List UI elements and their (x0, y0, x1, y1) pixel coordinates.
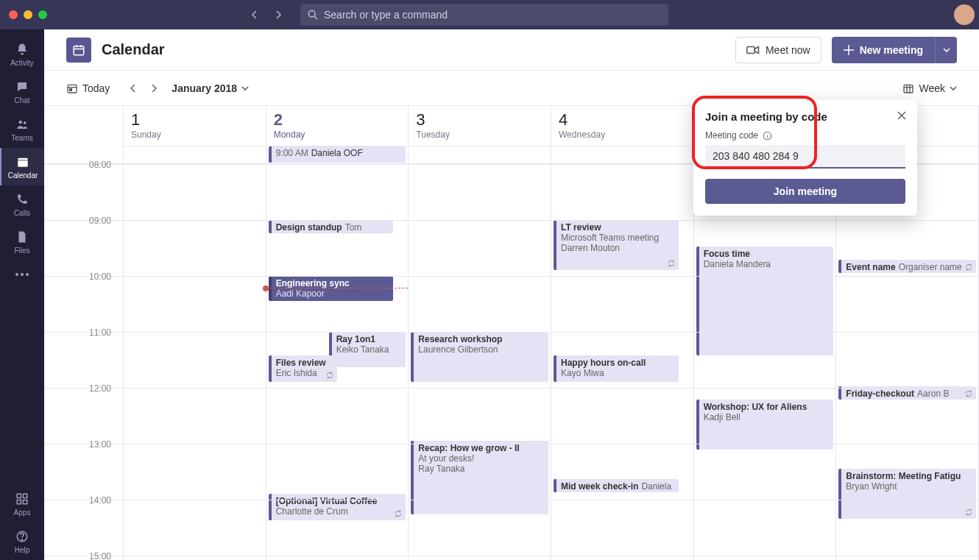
svg-rect-16 (70, 88, 72, 91)
rail-apps[interactable]: Apps (0, 485, 44, 522)
svg-point-6 (26, 273, 29, 276)
prev-week-button[interactable] (123, 78, 144, 99)
recur-icon (667, 259, 676, 268)
rail-label: Teams (11, 134, 32, 142)
svg-rect-14 (747, 46, 755, 53)
join-meeting-button[interactable]: Join meeting (705, 179, 905, 204)
event-focus-time[interactable]: Focus timeDaniela Mandera (696, 247, 834, 355)
calendar-icon (15, 154, 31, 170)
view-selector[interactable]: Week (902, 82, 957, 94)
now-indicator (266, 288, 409, 288)
month-label: January 2018 (172, 82, 237, 94)
rail-more[interactable] (0, 260, 44, 288)
day-column-wed[interactable]: 4Wednesday LT reviewMicrosoft Teams meet… (551, 106, 694, 560)
new-meeting-button[interactable]: New meeting (832, 37, 935, 63)
event-files-review[interactable]: Files reviewEric Ishida (269, 355, 338, 382)
recur-icon (964, 263, 973, 272)
search-placeholder: Search or type a command (324, 9, 448, 21)
rail-teams[interactable]: Teams (0, 110, 44, 148)
search-input[interactable]: Search or type a command (300, 4, 668, 26)
rail-help[interactable]: Help (0, 522, 44, 560)
help-icon (14, 528, 30, 545)
minimize-window[interactable] (24, 10, 32, 19)
svg-rect-13 (74, 46, 84, 54)
hour-label: 12:00 (89, 383, 111, 394)
month-picker[interactable]: January 2018 (172, 82, 249, 94)
event-brainstorm[interactable]: Brainstorm: Meeting FatiguBryan Wright (838, 469, 976, 519)
plus-icon (844, 45, 854, 55)
rail-label: Activity (10, 59, 34, 67)
rail-calls[interactable]: Calls (0, 185, 44, 223)
hour-label: 13:00 (89, 439, 111, 450)
meet-now-label: Meet now (766, 44, 810, 56)
svg-rect-3 (18, 158, 28, 167)
day-column-sun[interactable]: 1Sunday (124, 106, 266, 560)
more-icon (14, 266, 30, 283)
info-icon[interactable] (763, 131, 772, 141)
svg-point-4 (15, 273, 18, 276)
day-name: Sunday (131, 130, 258, 140)
svg-point-5 (21, 273, 24, 276)
window-controls (9, 10, 47, 19)
day-name: Monday (274, 130, 401, 140)
calendar-app-icon (66, 38, 91, 63)
chevron-down-icon (241, 86, 249, 91)
event-lt-review[interactable]: LT reviewMicrosoft Teams meetingDarren M… (554, 220, 679, 270)
hour-label: 15:00 (89, 551, 111, 560)
event-happy-hours[interactable]: Happy hours on-callKayo Miwa (554, 355, 679, 382)
page-title: Calendar (102, 41, 165, 58)
svg-rect-10 (24, 500, 27, 504)
svg-point-1 (19, 121, 23, 124)
rail-calendar[interactable]: Calendar (0, 148, 44, 185)
forward-button[interactable] (269, 6, 287, 24)
search-icon (308, 10, 318, 20)
event-recap[interactable]: Recap: How we grow - IIAt your desks!Ray… (411, 441, 548, 514)
day-name: Wednesday (559, 130, 686, 140)
event-ray-1on1[interactable]: Ray 1on1Keiko Tanaka (329, 332, 406, 367)
event-virtual-coffee[interactable]: [Optional] Virtual CoffeeCharlotte de Cr… (269, 494, 406, 520)
event-design-standup[interactable]: Design standupTom (269, 220, 394, 233)
next-week-button[interactable] (144, 78, 164, 99)
svg-point-0 (308, 10, 315, 17)
teams-icon (14, 116, 30, 132)
rail-activity[interactable]: Activity (0, 35, 44, 73)
event-generic[interactable]: Event nameOrganiser name (838, 260, 976, 273)
today-button[interactable]: Today (66, 82, 110, 94)
event-engineering-sync[interactable]: Engineering syncAadi Kapoor (269, 276, 394, 301)
maximize-window[interactable] (38, 10, 47, 19)
svg-rect-7 (17, 494, 21, 497)
rail-files[interactable]: Files (0, 223, 44, 260)
close-window[interactable] (9, 10, 18, 19)
user-avatar[interactable] (954, 4, 975, 25)
recur-icon (964, 508, 973, 517)
event-midweek[interactable]: Mid week check-inDaniela (554, 479, 679, 492)
hour-label: 08:00 (89, 160, 111, 170)
event-ux-workshop[interactable]: Workshop: UX for AliensKadji Bell (696, 400, 834, 450)
day-number: 4 (559, 110, 686, 130)
svg-point-12 (21, 539, 22, 540)
popover-field-label: Meeting code (705, 130, 905, 141)
time-column: 08:0009:0010:0011:0012:0013:0014:0015:00… (44, 106, 124, 560)
close-popover-button[interactable] (894, 107, 910, 124)
recur-icon (964, 389, 973, 398)
svg-rect-17 (904, 85, 913, 93)
event-research-workshop[interactable]: Research workshopLaurence Gilbertson (411, 332, 548, 382)
day-column-mon[interactable]: 2Monday 9:00 AMDaniela OOF Design standu… (266, 106, 409, 560)
rail-chat[interactable]: Chat (0, 73, 44, 110)
meeting-code-input[interactable] (705, 145, 905, 169)
week-icon (902, 82, 914, 94)
file-icon (14, 229, 30, 245)
svg-point-2 (24, 121, 26, 124)
view-label: Week (919, 82, 945, 94)
rail-label: Chat (14, 96, 29, 104)
rail-label: Calendar (8, 171, 38, 180)
day-number: 3 (416, 110, 543, 130)
all-day-event[interactable]: 9:00 AMDaniela OOF (269, 146, 406, 163)
rail-label: Help (15, 546, 30, 554)
back-button[interactable] (246, 6, 264, 24)
meet-now-button[interactable]: Meet now (735, 37, 821, 63)
bell-icon (14, 41, 30, 57)
day-column-tue[interactable]: 3Tuesday Research workshopLaurence Gilbe… (409, 106, 551, 560)
day-name: Tuesday (416, 130, 543, 140)
new-meeting-dropdown[interactable] (935, 37, 957, 63)
